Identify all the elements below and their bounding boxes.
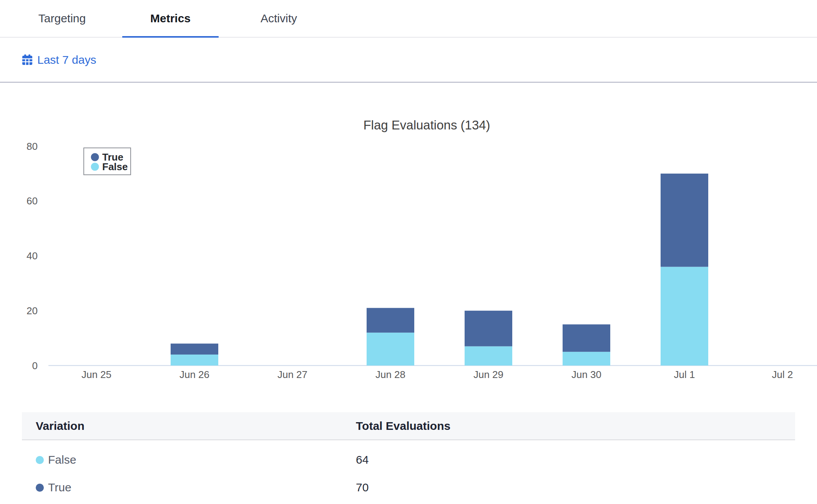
legend-dot-true	[91, 153, 99, 161]
variation-label: True	[48, 481, 71, 494]
legend-dot-false	[91, 163, 99, 171]
bar-segment-false-jul-1[interactable]	[661, 267, 708, 366]
date-range-button[interactable]: Last 7 days	[22, 53, 96, 66]
bar-segment-false-jun-26[interactable]	[171, 355, 218, 366]
x-axis-label: Jun 29	[473, 369, 503, 380]
calendar-icon	[22, 54, 33, 66]
variation-color-dot	[36, 456, 44, 464]
x-axis-label: Jul 2	[772, 369, 793, 380]
bar-segment-true-jul-1[interactable]	[661, 174, 708, 267]
x-axis-label: Jun 26	[179, 369, 209, 380]
tab-bar: Targeting Metrics Activity	[0, 0, 817, 38]
variation-table: Variation Total Evaluations False64True7…	[22, 412, 795, 501]
column-header-variation: Variation	[22, 419, 356, 433]
x-axis-label: Jun 28	[375, 369, 405, 380]
tab-targeting[interactable]: Targeting	[14, 0, 110, 37]
total-evaluations-value: 70	[356, 481, 369, 494]
page: Targeting Metrics Activity Last 7 days F…	[0, 0, 817, 501]
y-axis-tick: 40	[27, 250, 38, 262]
variation-color-dot	[36, 484, 44, 492]
variation-cell: False	[22, 453, 356, 466]
y-axis-tick: 0	[32, 360, 38, 371]
bar-segment-false-jun-30[interactable]	[563, 352, 610, 366]
variation-cell: True	[22, 481, 356, 494]
tab-activity[interactable]: Activity	[231, 0, 327, 37]
x-axis-label: Jun 30	[571, 369, 601, 380]
bar-segment-false-jun-29[interactable]	[465, 346, 512, 366]
x-axis-label: Jun 25	[81, 369, 111, 380]
total-evaluations-value: 64	[356, 453, 369, 466]
y-axis-tick: 80	[27, 141, 38, 152]
column-header-total-evaluations: Total Evaluations	[356, 419, 450, 433]
flag-evaluations-chart-section: Flag Evaluations (134) 020406080Jun 25Ju…	[0, 83, 817, 403]
x-axis-label: Jun 27	[277, 369, 307, 380]
y-axis-tick: 20	[27, 305, 38, 317]
table-row-false: False64	[22, 446, 795, 474]
bar-segment-false-jun-28[interactable]	[367, 333, 414, 366]
x-axis-label: Jul 1	[674, 369, 695, 380]
table-row-true: True70	[22, 474, 795, 501]
bar-segment-true-jun-26[interactable]	[171, 343, 218, 355]
variation-table-header: Variation Total Evaluations	[22, 412, 795, 440]
bar-segment-true-jun-28[interactable]	[367, 308, 414, 333]
tab-metrics[interactable]: Metrics	[122, 0, 219, 37]
flag-evaluations-chart: 020406080Jun 25Jun 26Jun 27Jun 28Jun 29J…	[0, 83, 817, 403]
bar-segment-true-jun-29[interactable]	[465, 311, 512, 346]
date-range-row: Last 7 days	[0, 38, 817, 83]
variation-table-body: False64True70	[22, 440, 795, 501]
variation-label: False	[48, 453, 76, 466]
bar-segment-true-jun-30[interactable]	[563, 324, 610, 351]
y-axis-tick: 60	[27, 195, 38, 207]
legend-label-false[interactable]: False	[102, 161, 128, 172]
date-range-label: Last 7 days	[37, 53, 96, 66]
